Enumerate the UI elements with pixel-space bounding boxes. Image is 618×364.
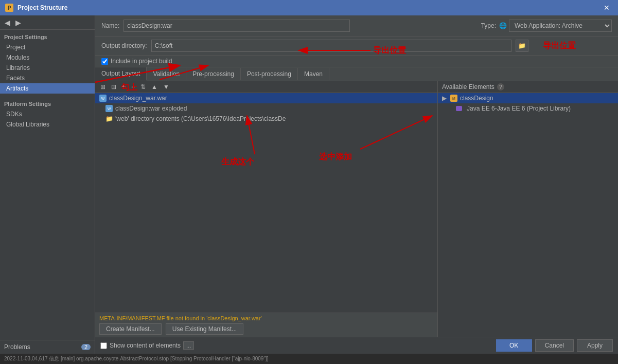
manifest-warning: META-INF/MANIFEST.MF file not found in '… (99, 315, 433, 321)
ellipsis-button[interactable]: ... (183, 341, 194, 350)
war-icon: W (99, 95, 107, 102)
show-content-row: Show content of elements ... (100, 341, 194, 350)
help-icon[interactable]: ? (497, 83, 504, 90)
include-checkbox[interactable] (101, 58, 108, 65)
file-item-war-label: classDesign_war.war (109, 95, 167, 102)
app-icon: P (5, 4, 13, 12)
include-label: Include in project build (111, 58, 172, 65)
title-bar-left: P Project Structure (5, 4, 67, 12)
tab-preprocessing[interactable]: Pre-processing (186, 68, 241, 80)
annotation-export-text: 导出位置 (543, 41, 576, 50)
back-button[interactable]: ◀ (3, 19, 12, 27)
available-tree: ▶ M classDesign Java EE 6-Java EE 6 (Pro… (438, 93, 618, 337)
right-panel: Name: Type: 🌐 Web Application: Archive O… (95, 15, 618, 354)
tab-postprocessing[interactable]: Post-processing (241, 68, 298, 80)
tab-maven[interactable]: Maven (298, 68, 329, 80)
file-item-web-dir-label: 'web' directory contents (C:\Users\16576… (115, 115, 286, 122)
project-label: Project (6, 44, 25, 51)
modules-label: Modules (6, 54, 29, 61)
name-input[interactable] (123, 20, 350, 32)
toolbar-layout-btn[interactable]: ⊞ (98, 83, 108, 91)
available-header: Available Elements ? (438, 81, 618, 93)
problems-section[interactable]: Problems 2 (0, 340, 95, 354)
problems-badge: 2 (81, 344, 91, 350)
folder-icon: 📁 (105, 115, 113, 122)
name-label: Name: (101, 22, 119, 29)
right-content: Available Elements ? ▶ M classDesign Jav… (438, 81, 618, 337)
dialog-buttons: OK Cancel Apply (496, 339, 613, 352)
toolbar-add-btn[interactable]: + (120, 83, 128, 91)
browse-folder-button[interactable]: 📁 (516, 40, 528, 52)
avail-item-classdesign[interactable]: ▶ M classDesign (438, 93, 618, 103)
global-libraries-label: Global Libraries (6, 121, 49, 128)
include-checkbox-label[interactable]: Include in project build (101, 58, 612, 65)
avail-javaee-label: Java EE 6-Java EE 6 (Project Library) (467, 105, 571, 112)
sidebar-item-facets[interactable]: Facets (0, 73, 95, 83)
sidebar-item-global-libraries[interactable]: Global Libraries (0, 119, 95, 130)
problems-label: Problems (4, 343, 30, 351)
use-existing-manifest-button[interactable]: Use Existing Manifest... (166, 323, 243, 335)
title-bar: P Project Structure ✕ (0, 0, 618, 15)
facets-label: Facets (6, 75, 25, 82)
left-toolbar: ◀ ▶ (0, 15, 95, 30)
avail-classdesign-label: classDesign (460, 95, 493, 102)
sidebar-item-project[interactable]: Project (0, 42, 95, 52)
manifest-buttons: Create Manifest... Use Existing Manifest… (99, 323, 433, 335)
sidebar-item-artifacts[interactable]: Artifacts (0, 83, 95, 94)
bottom-footer: Show content of elements ... OK Cancel A… (95, 337, 618, 354)
file-item-war-exploded[interactable]: W classDesign:war exploded (95, 103, 437, 114)
toolbar-down-btn[interactable]: ▼ (161, 83, 171, 91)
content-area: ⊞ ⊟ + − ⇅ ▲ ▼ W classDesign_war.war (95, 81, 618, 337)
module-icon: M (450, 95, 457, 102)
project-settings-header: Project Settings (0, 30, 95, 42)
show-content-checkbox[interactable] (100, 342, 107, 349)
output-label: Output directory: (101, 42, 147, 49)
include-row: Include in project build (95, 56, 618, 67)
output-row: Output directory: 📁 导出位置 (95, 37, 618, 56)
tab-output-layout[interactable]: Output Layout (95, 67, 147, 81)
artifacts-label: Artifacts (6, 85, 28, 92)
type-section: Type: 🌐 Web Application: Archive (481, 20, 612, 32)
cancel-button[interactable]: Cancel (535, 339, 574, 352)
platform-settings-header: Platform Settings (0, 97, 95, 109)
window-title: Project Structure (17, 4, 67, 11)
file-tree: W classDesign_war.war W classDesign:war … (95, 93, 437, 313)
name-field-row: Name: (101, 20, 350, 32)
annotation-export: 导出位置 (543, 41, 576, 51)
name-type-row: Name: Type: 🌐 Web Application: Archive (95, 15, 618, 37)
file-item-war[interactable]: W classDesign_war.war (95, 93, 437, 103)
file-item-war-exploded-label: classDesign:war exploded (115, 105, 187, 112)
sidebar-item-sdks[interactable]: SDKs (0, 109, 95, 119)
bottom-bar: META-INF/MANIFEST.MF file not found in '… (95, 313, 437, 337)
statusbar-text: 2022-11-03,04,617 信息 [main] org.apache.c… (4, 355, 269, 362)
close-button[interactable]: ✕ (601, 3, 613, 13)
toolbar-grid-btn[interactable]: ⊟ (109, 83, 118, 91)
forward-button[interactable]: ▶ (14, 19, 23, 27)
project-structure-dialog: P Project Structure ✕ ◀ ▶ Project Settin… (0, 0, 618, 364)
war-exploded-icon: W (105, 105, 113, 112)
type-select[interactable]: Web Application: Archive (509, 20, 612, 32)
content-toolbar: ⊞ ⊟ + − ⇅ ▲ ▼ (95, 81, 437, 93)
create-manifest-button[interactable]: Create Manifest... (99, 323, 162, 335)
sdks-label: SDKs (6, 111, 22, 118)
toolbar-up-btn[interactable]: ▲ (149, 83, 160, 91)
avail-item-javaee[interactable]: Java EE 6-Java EE 6 (Project Library) (438, 103, 618, 114)
statusbar: 2022-11-03,04,617 信息 [main] org.apache.c… (0, 354, 618, 364)
dialog-body: ◀ ▶ Project Settings Project Modules Lib… (0, 15, 618, 354)
tabs-row: Output Layout Validation Pre-processing … (95, 67, 618, 81)
sidebar-item-modules[interactable]: Modules (0, 52, 95, 63)
ok-button[interactable]: OK (496, 339, 532, 352)
file-item-web-dir[interactable]: 📁 'web' directory contents (C:\Users\165… (95, 114, 437, 124)
output-input[interactable] (151, 40, 511, 52)
left-content: ⊞ ⊟ + − ⇅ ▲ ▼ W classDesign_war.war (95, 81, 438, 337)
toolbar-sort-btn[interactable]: ⇅ (138, 83, 148, 91)
expand-icon: ▶ (442, 95, 447, 102)
left-tree: Project Settings Project Modules Librari… (0, 30, 95, 340)
toolbar-remove-btn[interactable]: − (129, 83, 137, 91)
apply-button[interactable]: Apply (577, 339, 613, 352)
libraries-label: Libraries (6, 64, 30, 71)
tab-validation[interactable]: Validation (147, 68, 186, 80)
left-panel: ◀ ▶ Project Settings Project Modules Lib… (0, 15, 95, 354)
sidebar-item-libraries[interactable]: Libraries (0, 63, 95, 73)
available-title: Available Elements (442, 83, 495, 90)
